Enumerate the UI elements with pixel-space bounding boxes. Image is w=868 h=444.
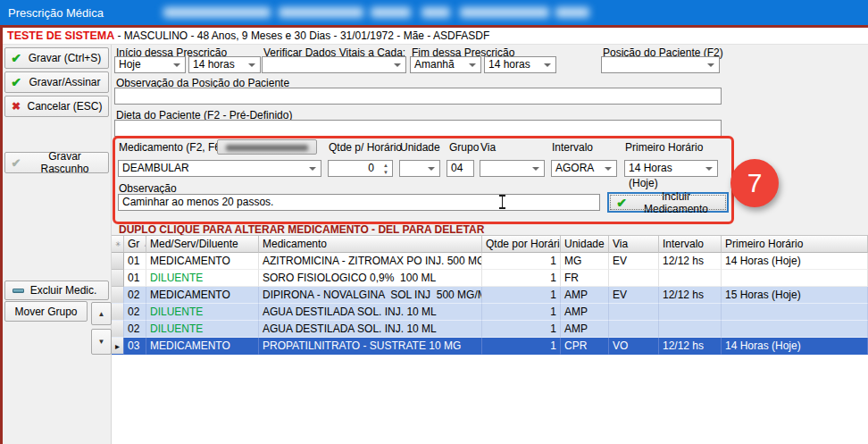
- patient-header: TESTE DE SISTEMA - MASCULINO - 48 Anos, …: [3, 28, 868, 45]
- cell-medicamento: AZITROMICINA - ZITROMAX PO INJ. 500 MG: [259, 253, 482, 270]
- cell-medicamento: SORO FISIOLOGICO 0,9% 100 ML: [259, 270, 482, 287]
- inicio-hora-value: 14 horas: [193, 58, 235, 71]
- unidade-select[interactable]: [399, 160, 440, 177]
- cell-intervalo: 12/12 hs: [659, 253, 722, 270]
- cell-qtde: 1: [482, 304, 561, 321]
- dropdown-arrow-icon: [605, 167, 612, 171]
- dropdown-arrow-icon: [309, 167, 316, 171]
- header-primeiro[interactable]: Primeiro Horário: [722, 236, 868, 253]
- header-med-serv[interactable]: Med/Serv/Diluente: [146, 236, 259, 253]
- dieta-input[interactable]: [114, 120, 722, 137]
- cell-tipo: MEDICAMENTO: [146, 338, 259, 355]
- cell-primeiro: 15 Horas (Hoje): [722, 287, 868, 304]
- cell-primeiro: [722, 270, 868, 287]
- cell-primeiro: 14 Horas (Hoje): [722, 338, 868, 355]
- grupo-input[interactable]: 04: [447, 160, 474, 177]
- observacao-input[interactable]: Caminhar ao menos 20 passos.: [118, 194, 600, 211]
- cell-primeiro: [722, 321, 868, 338]
- gravar-assinar-button[interactable]: ✔ Gravar/Assinar: [4, 71, 109, 93]
- row-indicator: ▸: [112, 338, 124, 355]
- cell-tipo: MEDICAMENTO: [146, 253, 259, 270]
- dropdown-arrow-icon: [705, 167, 713, 171]
- intervalo-select[interactable]: AGORA: [551, 160, 617, 177]
- mover-grupo-label: Mover Grupo: [5, 306, 87, 318]
- obs-posicao-input[interactable]: [114, 88, 722, 105]
- observacao-label: Observação: [119, 182, 177, 195]
- incluir-medicamento-button[interactable]: ✔ Incluir Medicamento: [607, 192, 729, 213]
- cell-intervalo: [659, 270, 722, 287]
- header-medicamento[interactable]: Medicamento: [259, 236, 482, 253]
- row-pointer-icon: ▸: [115, 341, 120, 351]
- patient-name: TESTE DE SISTEMA: [7, 29, 114, 42]
- table-row[interactable]: 02 DILUENTE AGUA DESTILADA SOL. INJ. 10 …: [112, 321, 868, 338]
- table-row[interactable]: 02 MEDICAMENTO DIPIRONA - NOVALGINA SOL …: [112, 287, 868, 304]
- inicio-hora-select[interactable]: 14 horas: [188, 56, 261, 73]
- via-select[interactable]: [480, 160, 545, 177]
- redacted-text: [371, 7, 411, 18]
- primeiro-horario-select[interactable]: 14 Horas (Hoje): [624, 160, 718, 177]
- cell-via: EV: [609, 253, 659, 270]
- excluir-medic-label: Excluir Medic.: [24, 284, 108, 297]
- text-cursor: [498, 195, 506, 209]
- dropdown-arrow-icon: [394, 63, 401, 67]
- header-via[interactable]: Via: [609, 236, 659, 253]
- row-indicator: [112, 321, 124, 338]
- intervalo-label: Intervalo: [552, 141, 593, 154]
- window-title: Prescrição Médica: [8, 6, 104, 20]
- header-unidade[interactable]: Unidade: [561, 236, 609, 253]
- header-gr[interactable]: Gr▲: [124, 236, 146, 253]
- dropdown-arrow-icon: [544, 63, 551, 67]
- cancelar-button[interactable]: ✖ Cancelar (ESC): [4, 96, 109, 117]
- posicao-select[interactable]: [601, 56, 720, 73]
- dropdown-arrow-icon: [428, 167, 435, 171]
- move-down-button[interactable]: ▼: [91, 329, 112, 355]
- stepper-arrows-icon[interactable]: ▲▼: [383, 162, 388, 176]
- cell-medicamento: DIPIRONA - NOVALGINA SOL INJ 500 MG/ML 2: [259, 287, 482, 304]
- mover-grupo-button[interactable]: Mover Grupo: [4, 301, 88, 322]
- title-bar: Prescrição Médica: [0, 0, 868, 25]
- cell-via: VO: [609, 338, 659, 355]
- table-row[interactable]: 01 MEDICAMENTO AZITROMICINA - ZITROMAX P…: [112, 253, 868, 270]
- annotation-badge: 7: [730, 159, 779, 207]
- cell-via: [609, 270, 659, 287]
- cell-gr: 01: [124, 270, 146, 287]
- gravar-label: Gravar (Ctrl+S): [27, 52, 108, 64]
- table-row[interactable]: 02 DILUENTE AGUA DESTILADA SOL. INJ. 10 …: [112, 304, 868, 321]
- dropdown-arrow-icon: [173, 63, 180, 67]
- fim-hora-select[interactable]: 14 horas: [484, 56, 556, 73]
- header-qtde[interactable]: Qtde por Horário: [482, 236, 561, 253]
- inicio-dia-select[interactable]: Hoje: [114, 56, 186, 73]
- redacted-button[interactable]: [217, 139, 317, 155]
- header-intervalo[interactable]: Intervalo: [659, 236, 722, 253]
- gravar-rascunho-button[interactable]: ✔ Gravar Rascunho: [4, 152, 109, 173]
- move-up-button[interactable]: ▲: [91, 302, 112, 325]
- check-icon: ✔: [609, 196, 634, 210]
- via-label: Via: [480, 141, 496, 154]
- table-row[interactable]: 01 DILUENTE SORO FISIOLOGICO 0,9% 100 ML…: [112, 270, 868, 287]
- fim-dia-select[interactable]: Amanhã: [410, 56, 481, 73]
- cell-medicamento: AGUA DESTILADA SOL. INJ. 10 ML: [259, 304, 482, 321]
- excluir-medic-button[interactable]: Excluir Medic.: [4, 281, 109, 300]
- check-icon: ✔: [5, 51, 27, 65]
- header-indicator[interactable]: ✳: [112, 236, 124, 253]
- arrow-down-icon: ▼: [98, 338, 105, 346]
- cell-medicamento: PROPATILNITRATO - SUSTRATE 10 MG: [259, 338, 482, 355]
- cell-unidade: FR: [561, 270, 609, 287]
- dropdown-arrow-icon: [707, 63, 714, 67]
- fim-dia-value: Amanhã: [414, 58, 455, 71]
- qtde-stepper[interactable]: 0 ▲▼: [328, 160, 393, 177]
- intervalo-value: AGORA: [555, 162, 594, 174]
- cell-tipo: MEDICAMENTO: [146, 287, 259, 304]
- table-row-selected[interactable]: ▸ 03 MEDICAMENTO PROPATILNITRATO - SUSTR…: [112, 338, 868, 355]
- cell-unidade: AMP: [561, 287, 609, 304]
- prescription-form: Início dessa Prescrição Hoje 14 horas Ve…: [112, 45, 868, 444]
- medicamento-select[interactable]: DEAMBULAR: [118, 160, 321, 177]
- row-indicator: [112, 253, 124, 270]
- redacted-text: [555, 7, 589, 18]
- cell-gr: 02: [124, 287, 146, 304]
- cell-via: EV: [609, 287, 659, 304]
- table-title: DUPLO CLIQUE PARA ALTERAR MEDICAMENTO - …: [119, 223, 484, 236]
- verificar-select[interactable]: [262, 56, 406, 73]
- cell-tipo: DILUENTE: [146, 270, 259, 287]
- gravar-button[interactable]: ✔ Gravar (Ctrl+S): [4, 47, 109, 69]
